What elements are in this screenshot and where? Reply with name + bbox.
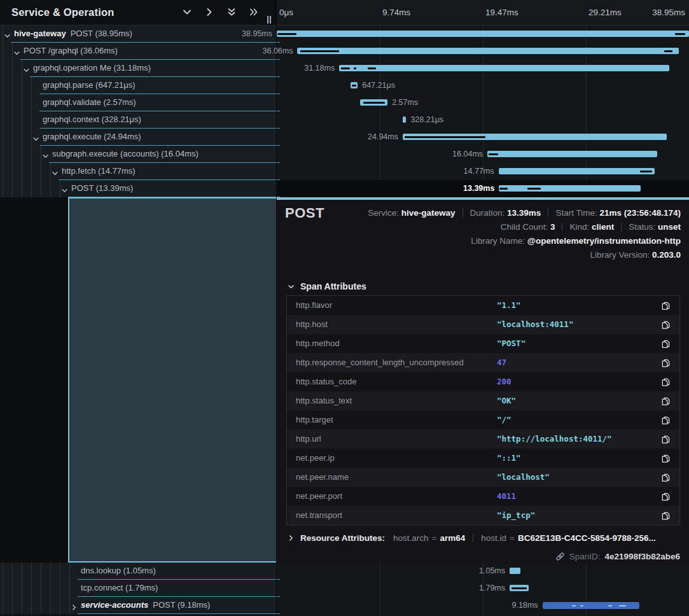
chevron-down-icon[interactable] bbox=[23, 65, 30, 76]
indent-guide bbox=[50, 597, 51, 614]
resource-equals: = bbox=[510, 533, 515, 543]
span-duration-label: 328.21μs bbox=[410, 111, 443, 129]
copy-icon[interactable] bbox=[651, 468, 679, 487]
chevron-right-icon[interactable] bbox=[204, 7, 214, 17]
indent-guide bbox=[3, 60, 3, 77]
timeline-panel: 0μs9.74ms19.47ms29.21ms38.95ms 38.95ms36… bbox=[277, 0, 689, 616]
span-tree-row[interactable]: dns.lookup (1.05ms) bbox=[0, 563, 276, 580]
span-bar[interactable] bbox=[499, 168, 655, 174]
indent-guide bbox=[31, 111, 32, 129]
chevron-down-icon[interactable] bbox=[182, 7, 192, 17]
timeline-row[interactable]: 9.18ms bbox=[277, 597, 689, 614]
span-tree-row[interactable]: graphql.parse (647.21μs) bbox=[0, 77, 276, 94]
timeline-row[interactable]: 16.04ms bbox=[277, 146, 689, 163]
attribute-key: http.status_text bbox=[287, 391, 497, 410]
child-span-marker bbox=[405, 136, 485, 138]
attribute-key: net.peer.ip bbox=[287, 449, 497, 468]
chevron-down-icon[interactable] bbox=[42, 151, 49, 162]
span-tree-label: service-accountsPOST (9.18ms) bbox=[81, 597, 210, 613]
timeline-row[interactable]: 36.06ms bbox=[277, 43, 689, 60]
indent-guide bbox=[3, 580, 3, 597]
attribute-value: "ip_tcp" bbox=[497, 506, 651, 525]
indent-guide bbox=[41, 563, 41, 580]
copy-icon[interactable] bbox=[651, 296, 679, 315]
tree-controls bbox=[182, 0, 259, 24]
copy-icon[interactable] bbox=[651, 506, 679, 525]
copy-icon[interactable] bbox=[651, 372, 679, 391]
indent-guide bbox=[31, 94, 32, 111]
span-bar[interactable] bbox=[487, 151, 657, 157]
span-tree-row[interactable]: http.fetch (14.77ms) bbox=[0, 163, 276, 180]
chevron-down-icon[interactable] bbox=[52, 168, 59, 179]
copy-icon[interactable] bbox=[651, 487, 679, 506]
indent-guide bbox=[3, 129, 3, 146]
span-bar[interactable] bbox=[499, 185, 641, 192]
resource-attributes-row[interactable]: Resource Attributes: host.arch=arm64host… bbox=[288, 533, 656, 543]
timeline-row[interactable]: 328.21μs bbox=[277, 111, 689, 129]
span-tree-row[interactable]: graphql.context (328.21μs) bbox=[0, 111, 276, 129]
span-duration-label: 36.06ms bbox=[165, 43, 293, 60]
indent-guide bbox=[50, 163, 51, 180]
indent-guide bbox=[69, 597, 70, 614]
span-duration-label: 13.39ms bbox=[367, 180, 494, 197]
span-detail-panel: POST Service: hive-gatewayDuration: 13.3… bbox=[277, 197, 689, 563]
span-tree-row[interactable]: graphql.validate (2.57ms) bbox=[0, 94, 276, 111]
span-attributes-header[interactable]: Span Attributes bbox=[288, 281, 366, 291]
trace-viewer: Service & Operation hive-gatewayPOST (38… bbox=[0, 0, 689, 616]
double-chevron-down-icon[interactable] bbox=[226, 7, 237, 17]
indent-guide bbox=[12, 163, 13, 180]
attribute-row: net.peer.name"localhost" bbox=[287, 468, 679, 487]
timeline-row[interactable]: 38.95ms bbox=[277, 25, 689, 43]
span-tree-row[interactable]: tcp.connect (1.79ms) bbox=[0, 580, 276, 597]
span-bar[interactable] bbox=[339, 65, 669, 71]
copy-icon[interactable] bbox=[651, 353, 679, 372]
timeline-row[interactable]: 647.21μs bbox=[277, 77, 689, 94]
timeline-row[interactable]: 1.05ms bbox=[277, 563, 689, 580]
panel-resize-handle[interactable] bbox=[267, 16, 272, 24]
link-icon[interactable] bbox=[555, 552, 565, 561]
span-duration-label: 16.04ms bbox=[356, 146, 483, 163]
span-bar[interactable] bbox=[297, 48, 679, 54]
timeline-row[interactable]: 1.79ms bbox=[277, 580, 689, 597]
chevron-down-icon[interactable] bbox=[4, 31, 11, 42]
attribute-key: http.host bbox=[287, 315, 497, 334]
copy-icon[interactable] bbox=[651, 315, 679, 334]
chevron-right-icon[interactable] bbox=[71, 602, 78, 613]
span-tree-row[interactable]: subgraph.execute (accounts) (16.04ms) bbox=[0, 146, 276, 163]
span-id-row: SpanID: 4e21998f3b82abe6 bbox=[555, 552, 680, 561]
row-edge-tick bbox=[277, 613, 280, 614]
chevron-down-icon[interactable] bbox=[32, 134, 39, 145]
overview-line: Library Version: 0.203.0 bbox=[337, 248, 681, 262]
copy-icon[interactable] bbox=[651, 391, 679, 410]
resource-equals: = bbox=[432, 533, 437, 543]
child-span-marker bbox=[368, 67, 376, 69]
resource-attributes-preview: host.arch=arm64host.id=BC62E13B-C4CC-585… bbox=[393, 533, 656, 543]
indent-guide bbox=[50, 563, 51, 580]
attribute-key: http.target bbox=[287, 410, 497, 430]
chevron-down-icon[interactable] bbox=[13, 48, 20, 59]
span-bar[interactable] bbox=[277, 31, 689, 37]
span-bar[interactable] bbox=[403, 116, 406, 123]
timeline-row[interactable]: 24.94ms bbox=[277, 129, 689, 146]
indent-guide bbox=[12, 43, 13, 60]
timeline-row[interactable]: 2.57ms bbox=[277, 94, 689, 111]
span-tree-row[interactable]: POST (13.39ms) bbox=[0, 180, 276, 197]
copy-icon[interactable] bbox=[651, 334, 679, 353]
span-tree-row[interactable]: graphql.execute (24.94ms) bbox=[0, 129, 276, 146]
copy-icon[interactable] bbox=[651, 430, 679, 449]
span-overview: Service: hive-gatewayDuration: 13.39msSt… bbox=[337, 206, 681, 262]
child-span-marker bbox=[572, 605, 576, 606]
timeline-row[interactable]: 14.77ms bbox=[277, 163, 689, 180]
span-tree-row[interactable]: service-accountsPOST (9.18ms) bbox=[0, 597, 276, 614]
copy-icon[interactable] bbox=[651, 410, 679, 430]
overview-label: Duration: bbox=[470, 208, 508, 218]
copy-icon[interactable] bbox=[651, 449, 679, 468]
timeline-row[interactable]: 13.39ms bbox=[277, 180, 689, 197]
timeline-row[interactable]: 31.18ms bbox=[277, 60, 689, 77]
span-bar[interactable] bbox=[510, 568, 520, 574]
chevron-down-icon[interactable] bbox=[61, 185, 68, 197]
span-tree-label: graphql.operation Me (31.18ms) bbox=[33, 60, 151, 76]
indent-guide bbox=[22, 563, 22, 580]
indent-guide bbox=[69, 563, 70, 580]
double-chevron-right-icon[interactable] bbox=[249, 7, 259, 17]
